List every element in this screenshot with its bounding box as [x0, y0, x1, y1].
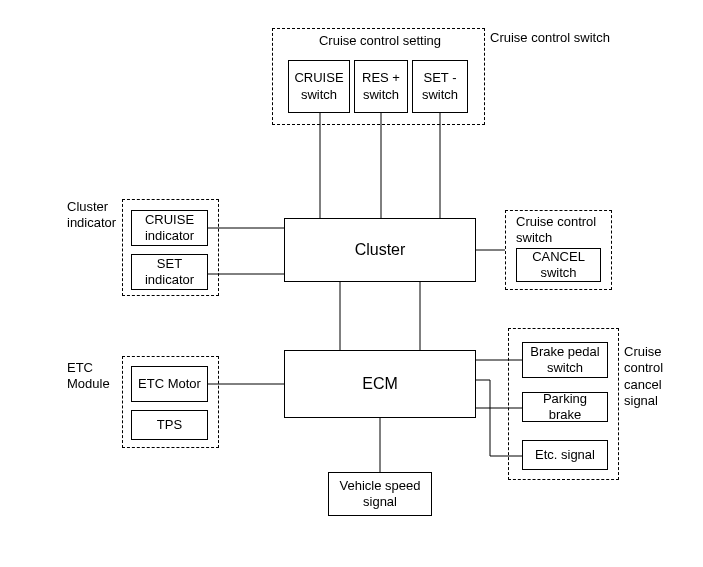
diagram-canvas: Cruise control switch Cruise control set…	[0, 0, 703, 567]
set-minus-switch-box: SET - switch	[412, 60, 468, 113]
cruise-switch-box: CRUISE switch	[288, 60, 350, 113]
brake-pedal-switch-box: Brake pedal switch	[522, 342, 608, 378]
tps-box: TPS	[131, 410, 208, 440]
vehicle-speed-signal-box: Vehicle speed signal	[328, 472, 432, 516]
cruise-control-setting-title: Cruise control setting	[300, 33, 460, 49]
res-plus-switch-box: RES + switch	[354, 60, 408, 113]
etc-signal-box: Etc. signal	[522, 440, 608, 470]
etc-motor-box: ETC Motor	[131, 366, 208, 402]
cancel-signal-title: Cruise control cancel signal	[624, 344, 663, 409]
parking-brake-box: Parking brake	[522, 392, 608, 422]
cluster-box: Cluster	[284, 218, 476, 282]
cruise-indicator-box: CRUISE indicator	[131, 210, 208, 246]
etc-module-title: ETC Module	[67, 360, 110, 393]
cancel-switch-group-title: Cruise control switch	[516, 214, 596, 247]
cancel-switch-box: CANCEL switch	[516, 248, 601, 282]
set-indicator-box: SET indicator	[131, 254, 208, 290]
ecm-box: ECM	[284, 350, 476, 418]
cluster-indicator-title: Cluster indicator	[67, 199, 116, 232]
cruise-control-switch-label-top: Cruise control switch	[490, 30, 610, 46]
